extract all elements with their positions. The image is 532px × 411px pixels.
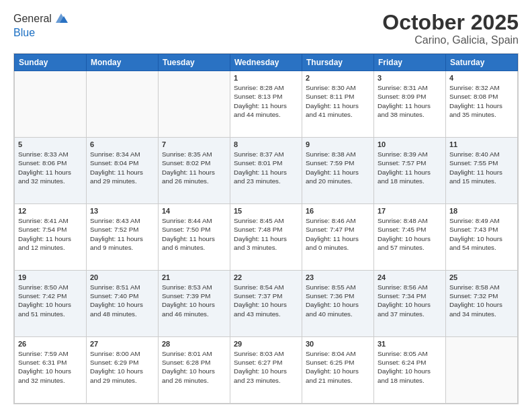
day-info: Sunrise: 8:43 AM Sunset: 7:52 PM Dayligh… [90, 216, 154, 252]
day-number: 28 [162, 340, 226, 348]
calendar-cell: 17Sunrise: 8:48 AM Sunset: 7:45 PM Dayli… [374, 204, 446, 271]
calendar: Sunday Monday Tuesday Wednesday Thursday… [13, 53, 519, 404]
day-number: 22 [234, 273, 298, 281]
calendar-cell: 3Sunrise: 8:31 AM Sunset: 8:09 PM Daylig… [374, 71, 446, 138]
day-number: 12 [18, 207, 83, 215]
day-info: Sunrise: 8:41 AM Sunset: 7:54 PM Dayligh… [18, 216, 83, 252]
calendar-cell: 20Sunrise: 8:51 AM Sunset: 7:40 PM Dayli… [87, 271, 159, 337]
col-monday: Monday [87, 54, 159, 71]
calendar-cell: 9Sunrise: 8:38 AM Sunset: 7:59 PM Daylig… [302, 138, 374, 204]
calendar-cell: 29Sunrise: 8:03 AM Sunset: 6:27 PM Dayli… [230, 337, 302, 404]
logo-blue: Blue [13, 27, 69, 39]
calendar-cell: 6Sunrise: 8:34 AM Sunset: 8:04 PM Daylig… [87, 138, 159, 204]
day-info: Sunrise: 8:40 AM Sunset: 7:55 PM Dayligh… [449, 150, 514, 185]
day-number: 25 [449, 273, 514, 281]
calendar-table: Sunday Monday Tuesday Wednesday Thursday… [14, 54, 518, 404]
calendar-cell: 27Sunrise: 8:00 AM Sunset: 6:29 PM Dayli… [87, 337, 159, 404]
day-number: 9 [306, 140, 370, 148]
day-info: Sunrise: 8:53 AM Sunset: 7:39 PM Dayligh… [162, 283, 226, 318]
calendar-cell: 5Sunrise: 8:33 AM Sunset: 8:06 PM Daylig… [15, 138, 87, 204]
calendar-header: Sunday Monday Tuesday Wednesday Thursday… [15, 54, 518, 71]
calendar-cell: 13Sunrise: 8:43 AM Sunset: 7:52 PM Dayli… [87, 204, 159, 271]
day-number: 7 [162, 140, 226, 148]
col-thursday: Thursday [302, 54, 374, 71]
calendar-cell: 25Sunrise: 8:58 AM Sunset: 7:32 PM Dayli… [446, 271, 518, 337]
day-info: Sunrise: 8:39 AM Sunset: 7:57 PM Dayligh… [378, 150, 442, 185]
day-info: Sunrise: 8:49 AM Sunset: 7:43 PM Dayligh… [449, 216, 514, 252]
day-number: 1 [234, 74, 298, 82]
day-number: 29 [234, 340, 298, 348]
day-number: 18 [449, 207, 514, 215]
day-number: 19 [18, 273, 83, 281]
calendar-body: 1Sunrise: 8:28 AM Sunset: 8:13 PM Daylig… [15, 71, 518, 404]
day-number: 5 [18, 140, 83, 148]
day-info: Sunrise: 8:32 AM Sunset: 8:08 PM Dayligh… [449, 83, 514, 119]
calendar-cell: 30Sunrise: 8:04 AM Sunset: 6:25 PM Dayli… [302, 337, 374, 404]
day-info: Sunrise: 8:03 AM Sunset: 6:27 PM Dayligh… [234, 349, 298, 385]
day-info: Sunrise: 8:05 AM Sunset: 6:24 PM Dayligh… [378, 349, 442, 385]
logo-general: General [13, 13, 52, 25]
calendar-cell [15, 71, 87, 138]
day-info: Sunrise: 8:58 AM Sunset: 7:32 PM Dayligh… [449, 283, 514, 318]
header-row: Sunday Monday Tuesday Wednesday Thursday… [15, 54, 518, 71]
day-info: Sunrise: 8:01 AM Sunset: 6:28 PM Dayligh… [162, 349, 226, 385]
day-number: 13 [90, 207, 154, 215]
calendar-week-0: 1Sunrise: 8:28 AM Sunset: 8:13 PM Daylig… [15, 71, 518, 138]
calendar-cell: 28Sunrise: 8:01 AM Sunset: 6:28 PM Dayli… [159, 337, 230, 404]
calendar-cell: 19Sunrise: 8:50 AM Sunset: 7:42 PM Dayli… [15, 271, 87, 337]
calendar-cell: 16Sunrise: 8:46 AM Sunset: 7:47 PM Dayli… [302, 204, 374, 271]
day-info: Sunrise: 8:04 AM Sunset: 6:25 PM Dayligh… [306, 349, 370, 385]
day-number: 31 [378, 340, 442, 348]
day-number: 14 [162, 207, 226, 215]
day-number: 27 [90, 340, 154, 348]
logo: General Blue [13, 11, 69, 39]
day-info: Sunrise: 8:38 AM Sunset: 7:59 PM Dayligh… [306, 150, 370, 185]
calendar-cell: 15Sunrise: 8:45 AM Sunset: 7:48 PM Dayli… [230, 204, 302, 271]
title-block: October 2025 Carino, Galicia, Spain [382, 11, 519, 46]
header: General Blue October 2025 Carino, Galici… [13, 11, 519, 46]
day-number: 8 [234, 140, 298, 148]
calendar-cell [446, 337, 518, 404]
day-number: 20 [90, 273, 154, 281]
day-number: 15 [234, 207, 298, 215]
col-wednesday: Wednesday [230, 54, 302, 71]
calendar-cell: 10Sunrise: 8:39 AM Sunset: 7:57 PM Dayli… [374, 138, 446, 204]
calendar-week-1: 5Sunrise: 8:33 AM Sunset: 8:06 PM Daylig… [15, 138, 518, 204]
day-number: 4 [449, 74, 514, 82]
calendar-week-2: 12Sunrise: 8:41 AM Sunset: 7:54 PM Dayli… [15, 204, 518, 271]
day-number: 3 [378, 74, 442, 82]
calendar-cell: 11Sunrise: 8:40 AM Sunset: 7:55 PM Dayli… [446, 138, 518, 204]
day-number: 16 [306, 207, 370, 215]
day-number: 21 [162, 273, 226, 281]
calendar-cell: 1Sunrise: 8:28 AM Sunset: 8:13 PM Daylig… [230, 71, 302, 138]
calendar-cell [159, 71, 230, 138]
calendar-cell: 31Sunrise: 8:05 AM Sunset: 6:24 PM Dayli… [374, 337, 446, 404]
calendar-cell: 14Sunrise: 8:44 AM Sunset: 7:50 PM Dayli… [159, 204, 230, 271]
day-number: 30 [306, 340, 370, 348]
day-info: Sunrise: 8:44 AM Sunset: 7:50 PM Dayligh… [162, 216, 226, 252]
day-info: Sunrise: 8:34 AM Sunset: 8:04 PM Dayligh… [90, 150, 154, 185]
calendar-cell: 18Sunrise: 8:49 AM Sunset: 7:43 PM Dayli… [446, 204, 518, 271]
day-number: 6 [90, 140, 154, 148]
day-number: 11 [449, 140, 514, 148]
day-info: Sunrise: 8:30 AM Sunset: 8:11 PM Dayligh… [306, 83, 370, 119]
day-info: Sunrise: 8:46 AM Sunset: 7:47 PM Dayligh… [306, 216, 370, 252]
day-number: 10 [378, 140, 442, 148]
day-number: 26 [18, 340, 83, 348]
calendar-subtitle: Carino, Galicia, Spain [382, 34, 519, 46]
calendar-cell [87, 71, 159, 138]
logo-icon [53, 11, 69, 27]
day-info: Sunrise: 7:59 AM Sunset: 6:31 PM Dayligh… [18, 349, 83, 385]
col-friday: Friday [374, 54, 446, 71]
day-number: 2 [306, 74, 370, 82]
calendar-title: October 2025 [382, 11, 519, 34]
page: General Blue October 2025 Carino, Galici… [0, 0, 532, 411]
calendar-cell: 23Sunrise: 8:55 AM Sunset: 7:36 PM Dayli… [302, 271, 374, 337]
day-info: Sunrise: 8:33 AM Sunset: 8:06 PM Dayligh… [18, 150, 83, 185]
calendar-cell: 2Sunrise: 8:30 AM Sunset: 8:11 PM Daylig… [302, 71, 374, 138]
col-sunday: Sunday [15, 54, 87, 71]
day-number: 17 [378, 207, 442, 215]
calendar-cell: 12Sunrise: 8:41 AM Sunset: 7:54 PM Dayli… [15, 204, 87, 271]
day-info: Sunrise: 8:48 AM Sunset: 7:45 PM Dayligh… [378, 216, 442, 252]
day-info: Sunrise: 8:55 AM Sunset: 7:36 PM Dayligh… [306, 283, 370, 318]
